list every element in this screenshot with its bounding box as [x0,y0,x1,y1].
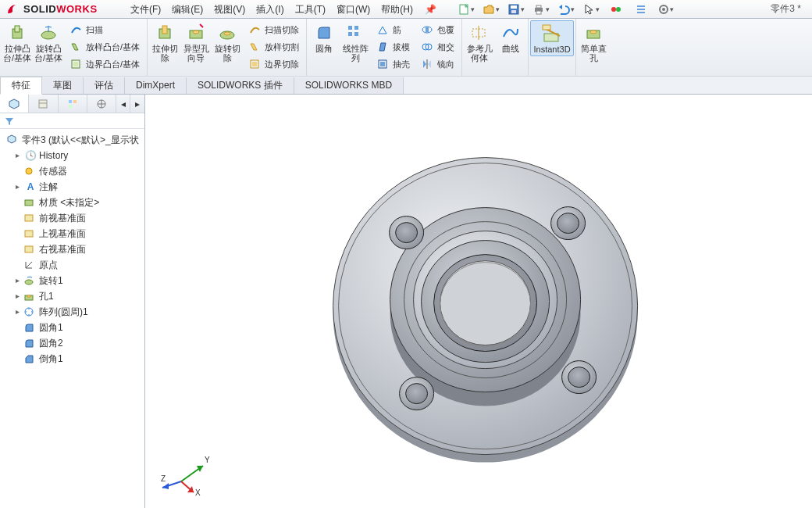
fm-tab-tree-icon[interactable] [0,95,29,113]
svg-rect-30 [354,32,358,36]
extrude-boss-button[interactable]: 拉伸凸台/基体 [2,20,33,73]
tab-sketch[interactable]: 草图 [42,77,84,94]
svg-rect-6 [536,11,541,14]
tab-sw-mbd[interactable]: SOLIDWORKS MBD [294,77,404,94]
svg-rect-60 [69,105,72,108]
menu-insert[interactable]: 插入(I) [251,0,289,19]
svg-rect-68 [25,246,33,252]
tree-sensors[interactable]: 传感器 [2,163,143,179]
shell-button[interactable]: 抽壳 [374,55,412,73]
svg-point-72 [25,280,33,284]
tree-circpattern1[interactable]: ▸阵列(圆周)1 [2,304,143,320]
tab-sw-plugins[interactable]: SOLIDWORKS 插件 [187,77,294,94]
brand-works: WORKS [56,3,97,15]
open-icon[interactable]: ▾ [480,2,502,17]
tree-revolve1[interactable]: ▸旋转1 [2,273,143,288]
view-triad[interactable]: Z Y X [159,447,214,497]
print-icon[interactable]: ▾ [530,2,552,17]
filter-bar[interactable] [0,113,144,129]
svg-rect-5 [536,5,541,8]
menu-window[interactable]: 窗口(W) [331,0,376,19]
svg-point-74 [27,295,31,297]
tree-fillet2[interactable]: 圆角2 [2,335,143,351]
tab-evaluate[interactable]: 评估 [84,77,125,94]
fm-tab-right-icon[interactable]: ▸ [130,95,144,113]
draft-button[interactable]: 拔模 [374,38,412,55]
boundary-cut-button[interactable]: 边界切除 [246,55,301,73]
tree-root[interactable]: 零件3 (默认<<默认>_显示状 [2,132,143,148]
menu-bar: SOLIDWORKS 文件(F) 编辑(E) 视图(V) 插入(I) 工具(T)… [0,0,812,19]
svg-point-64 [26,168,32,174]
intersect-button[interactable]: 相交 [418,38,457,55]
svg-point-95 [406,383,428,403]
fm-tab-config-icon[interactable] [59,95,87,113]
svg-rect-28 [354,26,358,30]
3d-viewport[interactable]: Z Y X [145,95,812,508]
rib-button[interactable]: 筋 [374,21,412,38]
cursor-icon[interactable]: ▾ [580,2,602,17]
svg-rect-10 [637,9,645,10]
svg-point-13 [662,8,665,11]
loft-cut-button[interactable]: 放样切割 [246,38,301,55]
main-area: ◂ ▸ 零件3 (默认<<默认>_显示状 ▸🕓History 传感器 ▸A注解 … [0,95,812,508]
menu-tools[interactable]: 工具(T) [290,0,331,19]
app-logo[interactable]: SOLIDWORKS [0,2,125,17]
instant3d-button[interactable]: Instant3D [530,20,574,56]
svg-rect-11 [637,12,645,13]
svg-rect-56 [39,100,47,108]
svg-rect-3 [511,10,516,13]
save-icon[interactable]: ▾ [505,2,527,17]
fm-tab-property-icon[interactable] [29,95,58,113]
revolve-boss-button[interactable]: 旋转凸台/基体 [33,20,64,73]
svg-point-93 [557,213,579,233]
linear-pattern-button[interactable]: 线性阵列 [340,20,371,73]
wrap-button[interactable]: 包覆 [418,21,457,38]
curves-button[interactable]: 曲线 [495,20,526,64]
ribbon-group-boss: 拉伸凸台/基体 旋转凸台/基体 扫描 放样凸台/基体 边界凸台/基体 [0,19,148,76]
tree-right-plane[interactable]: 右视基准面 [2,241,143,257]
tab-features[interactable]: 特征 [0,77,42,95]
svg-rect-67 [25,231,33,237]
brand-solid: SOLID [23,3,56,15]
simple-hole-button[interactable]: 简单直孔 [578,20,609,64]
mirror-button[interactable]: 镜向 [418,55,457,73]
loft-boss-button[interactable]: 放样凸台/基体 [67,38,142,55]
hole-wizard-button[interactable]: 异型孔向导 [180,20,212,73]
tree-material[interactable]: 材质 <未指定> [2,195,143,210]
tab-dimxpert[interactable]: DimXpert [125,77,187,94]
tree-origin[interactable]: 原点 [2,257,143,273]
svg-rect-65 [25,200,33,206]
tree-history[interactable]: ▸🕓History [2,148,143,163]
ribbon-group-simplehole: 简单直孔 [576,19,611,76]
boundary-boss-button[interactable]: 边界凸台/基体 [67,55,142,73]
fillet-button[interactable]: 圆角 [308,20,340,73]
fm-tab-dimxpert-icon[interactable] [87,95,116,113]
ribbon: 拉伸凸台/基体 旋转凸台/基体 扫描 放样凸台/基体 边界凸台/基体 [0,19,812,95]
menu-edit[interactable]: 编辑(E) [166,0,208,19]
fm-tab-left-icon[interactable]: ◂ [116,95,130,113]
menu-file[interactable]: 文件(F) [125,0,166,19]
ribbon-group-cut: 拉伸切除 异型孔向导 旋转切除 扫描切除 放样切割 边界切除 [148,19,307,76]
tree-top-plane[interactable]: 上视基准面 [2,226,143,241]
settings-gear-icon[interactable]: ▾ [655,2,677,17]
svg-rect-15 [15,26,20,32]
menu-view[interactable]: 视图(V) [208,0,251,19]
tree-fillet1[interactable]: 圆角1 [2,320,143,335]
new-icon[interactable]: ▾ [455,2,477,17]
extrude-cut-button[interactable]: 拉伸切除 [149,20,180,73]
options-list-icon[interactable] [630,2,652,17]
feature-manager-pane: ◂ ▸ 零件3 (默认<<默认>_显示状 ▸🕓History 传感器 ▸A注解 … [0,95,145,508]
tree-chamfer1[interactable]: 倒角1 [2,351,143,367]
sweep-boss-button[interactable]: 扫描 [67,21,142,38]
rebuild-icon[interactable] [605,2,627,17]
undo-icon[interactable]: ▾ [555,2,577,17]
tree-hole1[interactable]: ▸孔1 [2,288,143,304]
sweep-cut-button[interactable]: 扫描切除 [246,21,301,38]
tree-annotations[interactable]: ▸A注解 [2,179,143,195]
reference-geometry-button[interactable]: 参考几何体 [464,20,495,64]
tree-front-plane[interactable]: 前视基准面 [2,210,143,226]
menu-help[interactable]: 帮助(H) [376,0,418,19]
model-flange [318,140,654,476]
revolve-cut-button[interactable]: 旋转切除 [212,20,243,73]
pin-icon[interactable]: 📌 [418,4,443,15]
